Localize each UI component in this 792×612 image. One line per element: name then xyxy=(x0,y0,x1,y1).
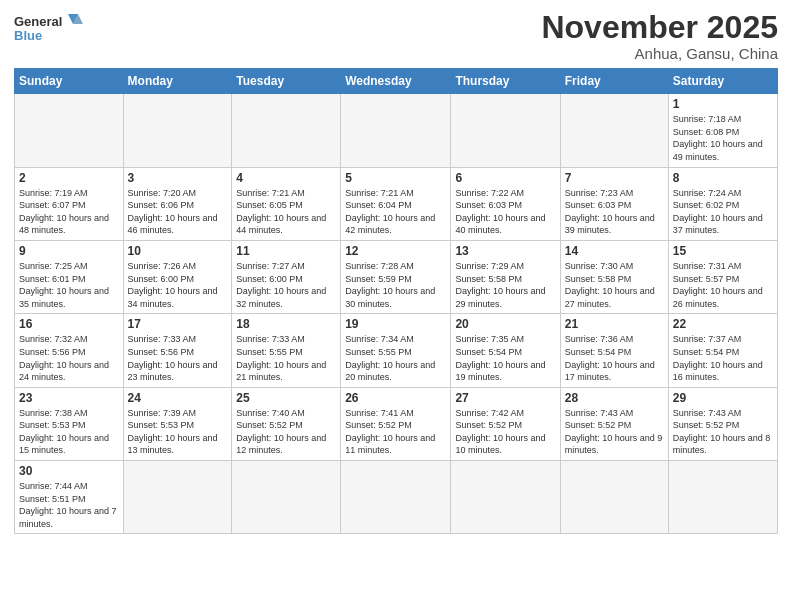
day-number: 21 xyxy=(565,317,664,331)
table-row: 9Sunrise: 7:25 AM Sunset: 6:01 PM Daylig… xyxy=(15,240,124,313)
calendar-header-row: Sunday Monday Tuesday Wednesday Thursday… xyxy=(15,69,778,94)
table-row xyxy=(451,94,560,167)
day-info: Sunrise: 7:38 AM Sunset: 5:53 PM Dayligh… xyxy=(19,407,119,457)
day-number: 7 xyxy=(565,171,664,185)
table-row: 5Sunrise: 7:21 AM Sunset: 6:04 PM Daylig… xyxy=(341,167,451,240)
day-info: Sunrise: 7:18 AM Sunset: 6:08 PM Dayligh… xyxy=(673,113,773,163)
table-row: 2Sunrise: 7:19 AM Sunset: 6:07 PM Daylig… xyxy=(15,167,124,240)
day-info: Sunrise: 7:37 AM Sunset: 5:54 PM Dayligh… xyxy=(673,333,773,383)
day-info: Sunrise: 7:23 AM Sunset: 6:03 PM Dayligh… xyxy=(565,187,664,237)
day-number: 29 xyxy=(673,391,773,405)
calendar: Sunday Monday Tuesday Wednesday Thursday… xyxy=(14,68,778,534)
table-row: 6Sunrise: 7:22 AM Sunset: 6:03 PM Daylig… xyxy=(451,167,560,240)
col-friday: Friday xyxy=(560,69,668,94)
day-info: Sunrise: 7:19 AM Sunset: 6:07 PM Dayligh… xyxy=(19,187,119,237)
table-row: 25Sunrise: 7:40 AM Sunset: 5:52 PM Dayli… xyxy=(232,387,341,460)
col-monday: Monday xyxy=(123,69,232,94)
table-row: 27Sunrise: 7:42 AM Sunset: 5:52 PM Dayli… xyxy=(451,387,560,460)
day-info: Sunrise: 7:33 AM Sunset: 5:56 PM Dayligh… xyxy=(128,333,228,383)
day-number: 6 xyxy=(455,171,555,185)
day-number: 28 xyxy=(565,391,664,405)
table-row: 1Sunrise: 7:18 AM Sunset: 6:08 PM Daylig… xyxy=(668,94,777,167)
day-number: 9 xyxy=(19,244,119,258)
table-row: 15Sunrise: 7:31 AM Sunset: 5:57 PM Dayli… xyxy=(668,240,777,313)
day-info: Sunrise: 7:41 AM Sunset: 5:52 PM Dayligh… xyxy=(345,407,446,457)
day-number: 27 xyxy=(455,391,555,405)
day-number: 30 xyxy=(19,464,119,478)
day-info: Sunrise: 7:44 AM Sunset: 5:51 PM Dayligh… xyxy=(19,480,119,530)
day-info: Sunrise: 7:28 AM Sunset: 5:59 PM Dayligh… xyxy=(345,260,446,310)
table-row xyxy=(451,461,560,534)
table-row: 18Sunrise: 7:33 AM Sunset: 5:55 PM Dayli… xyxy=(232,314,341,387)
col-wednesday: Wednesday xyxy=(341,69,451,94)
table-row: 3Sunrise: 7:20 AM Sunset: 6:06 PM Daylig… xyxy=(123,167,232,240)
table-row: 10Sunrise: 7:26 AM Sunset: 6:00 PM Dayli… xyxy=(123,240,232,313)
table-row xyxy=(232,94,341,167)
table-row: 20Sunrise: 7:35 AM Sunset: 5:54 PM Dayli… xyxy=(451,314,560,387)
day-info: Sunrise: 7:21 AM Sunset: 6:04 PM Dayligh… xyxy=(345,187,446,237)
table-row xyxy=(560,461,668,534)
title-block: November 2025 Anhua, Gansu, China xyxy=(541,10,778,62)
day-number: 17 xyxy=(128,317,228,331)
day-number: 15 xyxy=(673,244,773,258)
day-number: 18 xyxy=(236,317,336,331)
table-row xyxy=(123,461,232,534)
day-info: Sunrise: 7:25 AM Sunset: 6:01 PM Dayligh… xyxy=(19,260,119,310)
table-row: 4Sunrise: 7:21 AM Sunset: 6:05 PM Daylig… xyxy=(232,167,341,240)
day-number: 4 xyxy=(236,171,336,185)
header: General Blue November 2025 Anhua, Gansu,… xyxy=(14,10,778,62)
table-row: 8Sunrise: 7:24 AM Sunset: 6:02 PM Daylig… xyxy=(668,167,777,240)
day-number: 16 xyxy=(19,317,119,331)
day-number: 24 xyxy=(128,391,228,405)
day-number: 8 xyxy=(673,171,773,185)
table-row xyxy=(123,94,232,167)
table-row: 23Sunrise: 7:38 AM Sunset: 5:53 PM Dayli… xyxy=(15,387,124,460)
day-number: 12 xyxy=(345,244,446,258)
day-number: 10 xyxy=(128,244,228,258)
table-row: 21Sunrise: 7:36 AM Sunset: 5:54 PM Dayli… xyxy=(560,314,668,387)
table-row: 26Sunrise: 7:41 AM Sunset: 5:52 PM Dayli… xyxy=(341,387,451,460)
day-info: Sunrise: 7:26 AM Sunset: 6:00 PM Dayligh… xyxy=(128,260,228,310)
day-number: 19 xyxy=(345,317,446,331)
svg-text:Blue: Blue xyxy=(14,28,42,43)
day-number: 13 xyxy=(455,244,555,258)
table-row xyxy=(15,94,124,167)
day-info: Sunrise: 7:30 AM Sunset: 5:58 PM Dayligh… xyxy=(565,260,664,310)
day-info: Sunrise: 7:39 AM Sunset: 5:53 PM Dayligh… xyxy=(128,407,228,457)
day-info: Sunrise: 7:21 AM Sunset: 6:05 PM Dayligh… xyxy=(236,187,336,237)
table-row xyxy=(668,461,777,534)
col-thursday: Thursday xyxy=(451,69,560,94)
day-info: Sunrise: 7:20 AM Sunset: 6:06 PM Dayligh… xyxy=(128,187,228,237)
svg-text:General: General xyxy=(14,14,62,29)
table-row xyxy=(341,94,451,167)
table-row xyxy=(560,94,668,167)
table-row: 14Sunrise: 7:30 AM Sunset: 5:58 PM Dayli… xyxy=(560,240,668,313)
logo-svg: General Blue xyxy=(14,10,84,54)
table-row: 13Sunrise: 7:29 AM Sunset: 5:58 PM Dayli… xyxy=(451,240,560,313)
day-info: Sunrise: 7:31 AM Sunset: 5:57 PM Dayligh… xyxy=(673,260,773,310)
day-info: Sunrise: 7:36 AM Sunset: 5:54 PM Dayligh… xyxy=(565,333,664,383)
day-number: 2 xyxy=(19,171,119,185)
table-row: 29Sunrise: 7:43 AM Sunset: 5:52 PM Dayli… xyxy=(668,387,777,460)
table-row: 17Sunrise: 7:33 AM Sunset: 5:56 PM Dayli… xyxy=(123,314,232,387)
day-info: Sunrise: 7:35 AM Sunset: 5:54 PM Dayligh… xyxy=(455,333,555,383)
day-info: Sunrise: 7:40 AM Sunset: 5:52 PM Dayligh… xyxy=(236,407,336,457)
table-row: 19Sunrise: 7:34 AM Sunset: 5:55 PM Dayli… xyxy=(341,314,451,387)
table-row: 22Sunrise: 7:37 AM Sunset: 5:54 PM Dayli… xyxy=(668,314,777,387)
day-number: 11 xyxy=(236,244,336,258)
day-info: Sunrise: 7:43 AM Sunset: 5:52 PM Dayligh… xyxy=(565,407,664,457)
table-row xyxy=(341,461,451,534)
day-number: 20 xyxy=(455,317,555,331)
col-tuesday: Tuesday xyxy=(232,69,341,94)
table-row: 11Sunrise: 7:27 AM Sunset: 6:00 PM Dayli… xyxy=(232,240,341,313)
day-info: Sunrise: 7:29 AM Sunset: 5:58 PM Dayligh… xyxy=(455,260,555,310)
day-info: Sunrise: 7:27 AM Sunset: 6:00 PM Dayligh… xyxy=(236,260,336,310)
logo: General Blue xyxy=(14,10,84,54)
day-number: 1 xyxy=(673,97,773,111)
day-info: Sunrise: 7:33 AM Sunset: 5:55 PM Dayligh… xyxy=(236,333,336,383)
day-number: 5 xyxy=(345,171,446,185)
col-saturday: Saturday xyxy=(668,69,777,94)
month-title: November 2025 xyxy=(541,10,778,45)
table-row: 28Sunrise: 7:43 AM Sunset: 5:52 PM Dayli… xyxy=(560,387,668,460)
day-info: Sunrise: 7:43 AM Sunset: 5:52 PM Dayligh… xyxy=(673,407,773,457)
